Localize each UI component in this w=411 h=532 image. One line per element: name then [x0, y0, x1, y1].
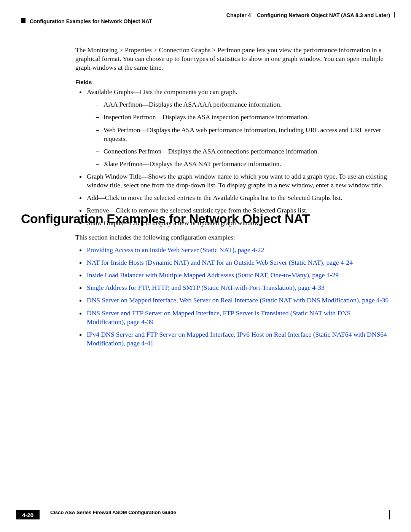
running-head: Configuration Examples for Network Objec… — [30, 18, 152, 24]
cross-reference-link[interactable]: IPv4 DNS Server and FTP Server on Mapped… — [87, 331, 387, 347]
list-item: Inside Load Balancer with Multiple Mappe… — [86, 271, 390, 280]
header-marker-icon — [21, 18, 25, 23]
intro-paragraph: The Monitoring > Properties > Connection… — [75, 46, 390, 72]
list-item-text: Graph Window Title—Shows the graph windo… — [87, 173, 387, 189]
list-item: NAT for Inside Hosts (Dynamic NAT) and N… — [86, 258, 390, 267]
links-list: Providing Access to an Inside Web Server… — [75, 246, 390, 348]
list-item-text: Connections Perfmon—Displays the ASA con… — [104, 147, 319, 155]
header-edge-mark — [394, 12, 395, 18]
cross-reference-link[interactable]: NAT for Inside Hosts (Dynamic NAT) and N… — [87, 259, 353, 266]
list-item-text: Add—Click to move the selected entries i… — [87, 194, 342, 201]
list-item: Xlate Perfmon—Displays the ASA NAT perfo… — [97, 160, 390, 168]
list-item-text: Available Graphs—Lists the components yo… — [87, 88, 237, 96]
section-heading: Configuration Examples for Network Objec… — [21, 211, 390, 226]
fields-heading: Fields — [75, 79, 390, 85]
cross-reference-link[interactable]: Single Address for FTP, HTTP, and SMTP (… — [87, 284, 325, 291]
list-item: Connections Perfmon—Displays the ASA con… — [97, 147, 390, 156]
list-item: Available Graphs—Lists the components yo… — [86, 88, 390, 168]
cross-reference-link[interactable]: Inside Load Balancer with Multiple Mappe… — [87, 271, 339, 279]
fields-list: Available Graphs—Lists the components yo… — [75, 88, 390, 227]
list-item-text: Xlate Perfmon—Displays the ASA NAT perfo… — [104, 160, 281, 168]
sub-list: AAA Perfmon—Displays the ASA AAA perform… — [87, 100, 390, 168]
chapter-title: Configuring Network Object NAT (ASA 8.3 … — [257, 12, 390, 18]
list-item: IPv4 DNS Server and FTP Server on Mapped… — [86, 330, 390, 348]
cross-reference-link[interactable]: DNS Server and FTP Server on Mapped Inte… — [87, 309, 350, 326]
header-chapter: Chapter 4 Configuring Network Object NAT… — [226, 12, 390, 18]
chapter-label: Chapter 4 — [226, 12, 251, 18]
footer-edge-rule — [40, 510, 390, 519]
list-item: Add—Click to move the selected entries i… — [86, 193, 390, 202]
section-block: Configuration Examples for Network Objec… — [21, 211, 390, 351]
section-content: This section includes the following conf… — [75, 233, 390, 348]
list-item: DNS Server and FTP Server on Mapped Inte… — [86, 309, 390, 326]
list-item: Graph Window Title—Shows the graph windo… — [86, 172, 390, 190]
list-item: Single Address for FTP, HTTP, and SMTP (… — [86, 283, 390, 292]
cross-reference-link[interactable]: Providing Access to an Inside Web Server… — [87, 246, 264, 254]
list-item: AAA Perfmon—Displays the ASA AAA perform… — [97, 100, 390, 109]
list-item: DNS Server on Mapped Interface, Web Serv… — [86, 296, 390, 305]
list-item-text: Web Perfmon—Displays the ASA web perform… — [104, 126, 381, 142]
section-intro: This section includes the following conf… — [75, 233, 390, 242]
cross-reference-link[interactable]: DNS Server on Mapped Interface, Web Serv… — [87, 296, 389, 304]
list-item: Providing Access to an Inside Web Server… — [86, 246, 390, 254]
document-page: Chapter 4 Configuring Network Object NAT… — [0, 0, 411, 532]
list-item: Web Perfmon—Displays the ASA web perform… — [97, 126, 390, 143]
page-number: 4-20 — [16, 510, 40, 519]
list-item: Inspection Perfmon—Displays the ASA insp… — [97, 113, 390, 121]
list-item-text: Inspection Perfmon—Displays the ASA insp… — [104, 113, 309, 121]
footer-rule — [50, 509, 390, 509]
list-item-text: AAA Perfmon—Displays the ASA AAA perform… — [104, 101, 282, 108]
top-content: The Monitoring > Properties > Connection… — [75, 46, 390, 231]
